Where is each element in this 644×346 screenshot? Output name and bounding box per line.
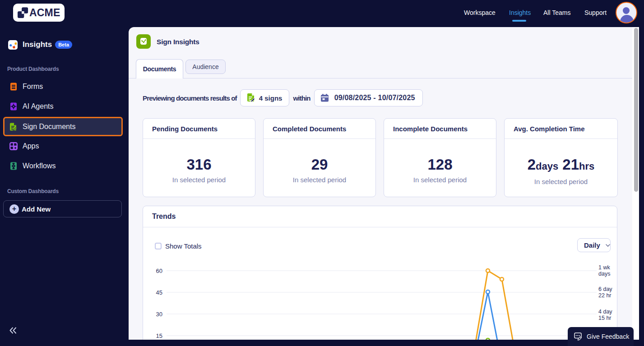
svg-text:15 hr: 15 hr bbox=[598, 315, 612, 321]
svg-text:30: 30 bbox=[156, 311, 162, 318]
svg-text:15: 15 bbox=[156, 332, 162, 339]
svg-text:6 day: 6 day bbox=[598, 286, 612, 292]
svg-text:22 hr: 22 hr bbox=[598, 292, 612, 299]
svg-text:60: 60 bbox=[156, 268, 162, 274]
svg-text:days: days bbox=[598, 271, 610, 277]
svg-text:4 day: 4 day bbox=[598, 309, 612, 315]
svg-text:1 wk: 1 wk bbox=[598, 264, 610, 271]
svg-text:45: 45 bbox=[156, 289, 162, 296]
